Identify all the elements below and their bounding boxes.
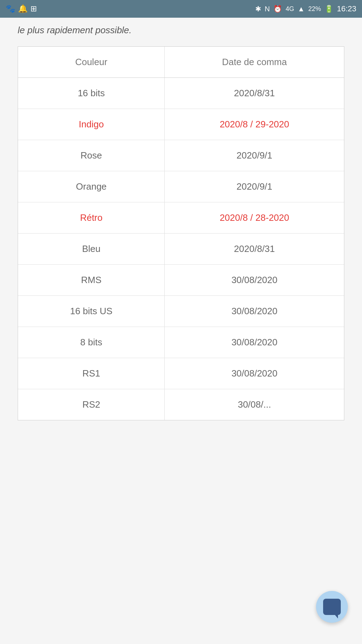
color-date-table: Couleur Date de comma 16 bits2020/8/31In… bbox=[18, 47, 344, 420]
battery-icon: 🔋 bbox=[325, 5, 333, 13]
widget-icon: ⊞ bbox=[30, 4, 37, 13]
battery-percent: 22% bbox=[308, 5, 321, 13]
cell-couleur: RS2 bbox=[18, 389, 165, 420]
cell-date: 30/08/2020 bbox=[165, 327, 344, 358]
cell-date: 2020/8 / 28-2020 bbox=[165, 202, 344, 234]
bluetooth-icon: ✱ bbox=[255, 5, 261, 13]
table-header-row: Couleur Date de comma bbox=[18, 47, 344, 78]
table-row: Orange2020/9/1 bbox=[18, 171, 344, 202]
cell-couleur: Orange bbox=[18, 171, 165, 202]
cell-date: 2020/9/1 bbox=[165, 140, 344, 171]
table-row: RS230/08/... bbox=[18, 389, 344, 420]
cell-couleur: Indigo bbox=[18, 109, 165, 140]
table-row: RS130/08/2020 bbox=[18, 358, 344, 389]
intro-text: le plus rapidement possible. bbox=[0, 18, 362, 39]
status-bar-right: ✱ N ⏰ 4G ▲ 22% 🔋 16:23 bbox=[255, 4, 356, 13]
table-row: 8 bits30/08/2020 bbox=[18, 327, 344, 358]
cell-couleur: 16 bits US bbox=[18, 296, 165, 327]
chat-icon bbox=[323, 599, 341, 615]
cell-couleur: RMS bbox=[18, 265, 165, 296]
status-bar-left: 🐾 🔔 ⊞ bbox=[6, 4, 37, 13]
table-row: RMS30/08/2020 bbox=[18, 265, 344, 296]
status-bar: 🐾 🔔 ⊞ ✱ N ⏰ 4G ▲ 22% 🔋 16:23 bbox=[0, 0, 362, 18]
cell-couleur: Bleu bbox=[18, 234, 165, 265]
signal-icon: ▲ bbox=[298, 5, 305, 13]
cell-date: 30/08/2020 bbox=[165, 265, 344, 296]
clock: 16:23 bbox=[337, 4, 356, 13]
table-row: Rétro2020/8 / 28-2020 bbox=[18, 202, 344, 234]
app-icon: 🐾 bbox=[6, 4, 15, 13]
cell-couleur: Rétro bbox=[18, 202, 165, 234]
table-row: Indigo2020/8 / 29-2020 bbox=[18, 109, 344, 140]
cell-couleur: Rose bbox=[18, 140, 165, 171]
data-table-container: Couleur Date de comma 16 bits2020/8/31In… bbox=[18, 46, 344, 420]
cell-date: 30/08/2020 bbox=[165, 358, 344, 389]
table-row: 16 bits US30/08/2020 bbox=[18, 296, 344, 327]
cell-date: 2020/8/31 bbox=[165, 78, 344, 109]
chat-button[interactable] bbox=[316, 591, 348, 623]
cell-date: 30/08/2020 bbox=[165, 296, 344, 327]
cell-date: 2020/8 / 29-2020 bbox=[165, 109, 344, 140]
cell-couleur: 8 bits bbox=[18, 327, 165, 358]
cell-date: 2020/8/31 bbox=[165, 234, 344, 265]
cell-couleur: 16 bits bbox=[18, 78, 165, 109]
cell-date: 30/08/... bbox=[165, 389, 344, 420]
network-icon: 4G bbox=[286, 5, 294, 13]
table-row: 16 bits2020/8/31 bbox=[18, 78, 344, 109]
cell-couleur: RS1 bbox=[18, 358, 165, 389]
alarm-icon: ⏰ bbox=[273, 5, 282, 13]
table-row: Rose2020/9/1 bbox=[18, 140, 344, 171]
cell-date: 2020/9/1 bbox=[165, 171, 344, 202]
header-date: Date de comma bbox=[165, 47, 344, 78]
header-couleur: Couleur bbox=[18, 47, 165, 78]
notification-icon: 🔔 bbox=[18, 4, 28, 13]
nfc-icon: N bbox=[265, 5, 270, 13]
table-row: Bleu2020/8/31 bbox=[18, 234, 344, 265]
